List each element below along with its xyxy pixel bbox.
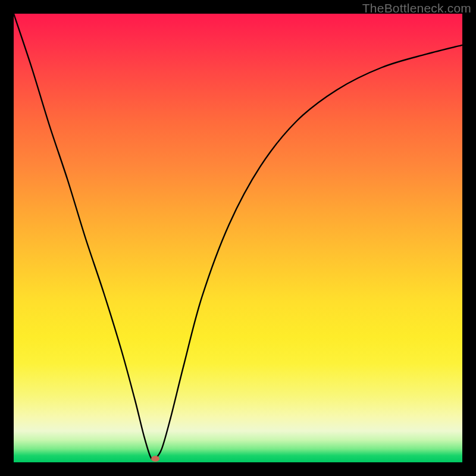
minimum-marker bbox=[151, 456, 159, 462]
plot-area bbox=[14, 14, 462, 462]
bottleneck-curve bbox=[14, 14, 462, 462]
chart-frame: TheBottleneck.com bbox=[0, 0, 476, 476]
